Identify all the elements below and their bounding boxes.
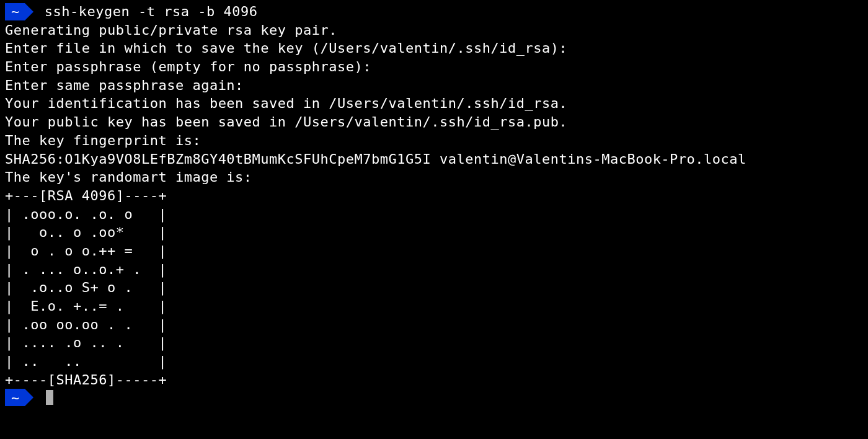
randomart-line: | .o..o S+ o . | xyxy=(5,278,863,297)
output-line: The key's randomart image is: xyxy=(5,168,863,187)
prompt-indicator: ~ xyxy=(5,3,33,20)
output-line: The key fingerprint is: xyxy=(5,131,863,150)
output-line: Enter same passphrase again: xyxy=(5,76,863,95)
output-line: Enter passphrase (empty for no passphras… xyxy=(5,58,863,76)
prompt-line-1[interactable]: ~ ssh-keygen -t rsa -b 4096 xyxy=(5,2,863,21)
arrow-icon xyxy=(25,389,33,406)
prompt-line-2[interactable]: ~ xyxy=(5,389,863,406)
prompt-indicator: ~ xyxy=(5,389,33,406)
prompt-path: ~ xyxy=(5,3,25,20)
randomart-line: +---[RSA 4096]----+ xyxy=(5,187,863,205)
randomart-line: | .ooo.o. .o. o | xyxy=(5,205,863,224)
randomart-line: +----[SHA256]-----+ xyxy=(5,371,863,389)
randomart-line: | o . o o.++ = | xyxy=(5,242,863,260)
output-line: Your identification has been saved in /U… xyxy=(5,94,863,113)
output-line: Generating public/private rsa key pair. xyxy=(5,21,863,40)
output-line: SHA256:O1Kya9VO8LEfBZm8GY40tBMumKcSFUhCp… xyxy=(5,150,863,169)
randomart-line: | .oo oo.oo . . | xyxy=(5,316,863,334)
randomart-line: | .... .o .. . | xyxy=(5,334,863,352)
output-line: Enter file in which to save the key (/Us… xyxy=(5,39,863,58)
cursor xyxy=(46,390,53,405)
randomart-line: | E.o. +..= . | xyxy=(5,297,863,316)
randomart-line: | o.. o .oo* | xyxy=(5,223,863,242)
prompt-path: ~ xyxy=(5,389,25,406)
arrow-icon xyxy=(25,3,33,20)
command-text: ssh-keygen -t rsa -b 4096 xyxy=(45,2,258,21)
output-line: Your public key has been saved in /Users… xyxy=(5,113,863,131)
randomart-line: | .. .. | xyxy=(5,352,863,371)
randomart-line: | . ... o..o.+ . | xyxy=(5,260,863,279)
